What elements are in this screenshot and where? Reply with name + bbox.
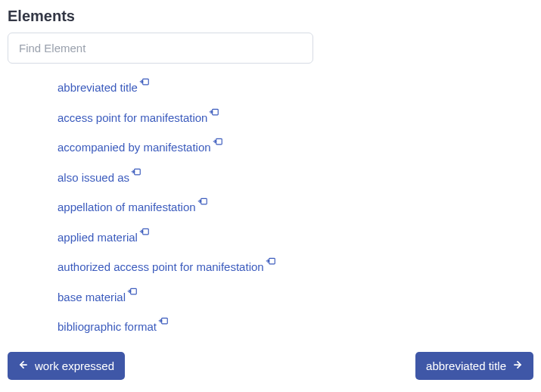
element-link[interactable]: appellation of manifestation <box>58 200 196 215</box>
svg-rect-8 <box>162 318 168 324</box>
open-in-panel-icon[interactable] <box>213 137 223 148</box>
list-item: appellation of manifestation <box>8 200 313 215</box>
next-button-label: abbreviated title <box>426 359 506 372</box>
elements-list[interactable]: abbreviated titleaccess point for manife… <box>8 68 313 338</box>
list-item: also issued as <box>8 170 313 185</box>
element-link[interactable]: base material <box>58 290 126 305</box>
element-link[interactable]: accompanied by manifestation <box>58 140 211 155</box>
section-title: Elements <box>8 8 533 25</box>
arrow-right-icon <box>512 359 523 372</box>
open-in-panel-icon[interactable] <box>209 107 219 118</box>
list-item: authorized access point for manifestatio… <box>8 260 313 275</box>
open-in-panel-icon[interactable] <box>139 227 150 238</box>
element-link[interactable]: bibliographic format <box>58 319 157 334</box>
svg-rect-7 <box>131 288 137 294</box>
list-item: base material <box>8 290 313 305</box>
element-link[interactable]: access point for manifestation <box>58 110 207 126</box>
open-in-panel-icon[interactable] <box>158 316 169 327</box>
element-link[interactable]: authorized access point for manifestatio… <box>58 260 264 275</box>
open-in-panel-icon[interactable] <box>197 197 208 207</box>
open-in-panel-icon[interactable] <box>127 287 138 297</box>
find-element-input[interactable] <box>8 33 313 64</box>
next-button[interactable]: abbreviated title <box>415 352 533 380</box>
svg-rect-1 <box>213 109 219 115</box>
arrow-left-icon <box>18 359 29 372</box>
svg-rect-3 <box>135 169 141 175</box>
svg-rect-6 <box>269 258 275 264</box>
element-link[interactable]: applied material <box>58 230 138 245</box>
list-item: abbreviated title <box>8 80 313 95</box>
svg-rect-5 <box>143 229 149 235</box>
list-item: accompanied by manifestation <box>8 140 313 155</box>
prev-button[interactable]: work expressed <box>8 352 125 380</box>
element-link[interactable]: also issued as <box>58 170 129 185</box>
svg-rect-0 <box>143 79 149 85</box>
svg-rect-4 <box>201 198 207 204</box>
list-item: access point for manifestation <box>8 110 313 126</box>
open-in-panel-icon[interactable] <box>266 257 276 267</box>
prev-button-label: work expressed <box>35 359 114 372</box>
list-item: bibliographic format <box>8 319 313 334</box>
open-in-panel-icon[interactable] <box>131 167 141 178</box>
element-link[interactable]: abbreviated title <box>58 80 138 95</box>
list-item: applied material <box>8 230 313 245</box>
svg-rect-2 <box>216 138 222 145</box>
open-in-panel-icon[interactable] <box>139 77 150 88</box>
